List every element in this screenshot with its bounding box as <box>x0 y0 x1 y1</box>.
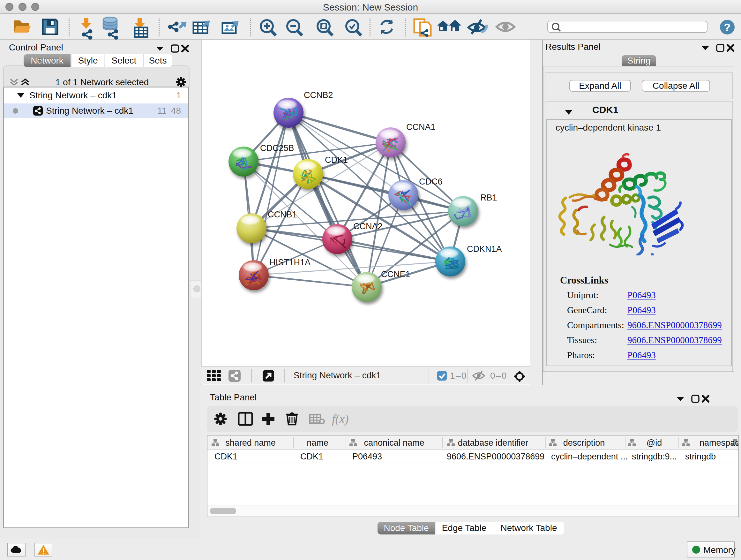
svg-text:CDK1: CDK1 <box>325 155 348 165</box>
svg-text:CCNE1: CCNE1 <box>381 269 410 279</box>
svg-text:f(x): f(x) <box>332 412 349 426</box>
svg-text:CDC6: CDC6 <box>419 177 443 186</box>
svg-text:RB1: RB1 <box>480 193 497 202</box>
svg-text:HIST1H1A: HIST1H1A <box>269 258 311 267</box>
svg-text:CCNB2: CCNB2 <box>304 90 333 100</box>
svg-text:CCNA1: CCNA1 <box>406 122 435 132</box>
svg-text:CCNA2: CCNA2 <box>353 222 383 231</box>
svg-text:CDKN1A: CDKN1A <box>467 244 502 254</box>
svg-text:CCNB1: CCNB1 <box>268 210 297 219</box>
svg-text:CDC25B: CDC25B <box>260 143 294 153</box>
